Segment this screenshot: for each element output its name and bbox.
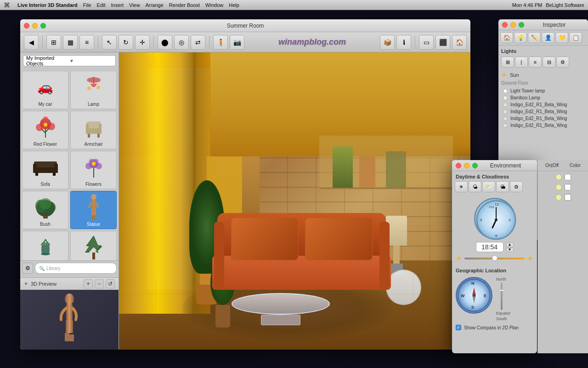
toolbar-floor-plan[interactable]: ⊞: [46, 35, 61, 50]
svg-point-46: [42, 242, 49, 245]
object-thumb-sofa: [29, 153, 62, 181]
inspector-tab-4[interactable]: 👤: [542, 32, 554, 43]
env-daytime-btn-1[interactable]: ☀: [455, 181, 468, 192]
zoom-in-button[interactable]: +: [84, 279, 93, 288]
time-hours: 18: [481, 243, 489, 251]
gear-button[interactable]: ⚙: [22, 263, 33, 274]
env-close[interactable]: [456, 163, 461, 168]
search-box[interactable]: 🔍 Library: [35, 263, 117, 274]
inspector-tab-3[interactable]: ✏️: [528, 32, 541, 43]
object-item-flowers[interactable]: Flowers: [70, 151, 117, 189]
inspector-toolbar: 🏠 💡 ✏️ 👤 💛 📋: [498, 30, 588, 46]
inspector-close[interactable]: [502, 22, 508, 28]
object-item-greattree[interactable]: Great Tree: [70, 231, 117, 260]
object-item-mycar[interactable]: 🚗 My car: [22, 71, 68, 109]
toolbar-home[interactable]: 🏠: [452, 35, 467, 50]
menu-file[interactable]: File: [83, 2, 91, 8]
inspector-tab-2[interactable]: 💡: [514, 32, 527, 43]
toolbar-move[interactable]: ✛: [135, 35, 150, 50]
inspector-minimize[interactable]: [510, 22, 516, 28]
toolbar-select[interactable]: ↖: [102, 35, 117, 50]
mini-light-2[interactable]: [555, 184, 562, 190]
maximize-button[interactable]: [40, 23, 46, 29]
lat-track[interactable]: [501, 282, 503, 310]
close-button[interactable]: [24, 23, 29, 29]
env-maximize[interactable]: [472, 163, 478, 168]
preview-header[interactable]: ▼ 3D Preview + − ↺: [20, 278, 119, 290]
brightness-track[interactable]: [464, 258, 525, 259]
lights-header: Lights: [501, 48, 585, 54]
object-item-lamp[interactable]: Lamp: [70, 71, 117, 109]
menu-render[interactable]: Render Boost: [169, 2, 200, 8]
svg-point-11: [43, 116, 48, 122]
light-item-5[interactable]: Indigo_Ed2_R1_Beta_Wing: [501, 115, 585, 122]
inspector-tab-5[interactable]: 💛: [555, 32, 568, 43]
toolbar-camera[interactable]: 📷: [230, 35, 244, 50]
toolbar-view1[interactable]: ⬛: [435, 35, 450, 50]
svg-point-2: [87, 86, 91, 90]
menu-arrange[interactable]: Arrange: [146, 2, 164, 8]
toolbar-ring[interactable]: ◎: [174, 35, 189, 50]
inspector-tab-1[interactable]: 🏠: [500, 32, 513, 43]
reset-view-button[interactable]: ↺: [106, 279, 115, 288]
toolbar-back[interactable]: ◀: [24, 35, 39, 50]
light-type-2[interactable]: ≡: [529, 57, 542, 68]
toolbar-circle[interactable]: ⬤: [158, 35, 172, 50]
time-increment[interactable]: ▲: [506, 242, 514, 247]
time-display[interactable]: 18:54: [476, 242, 503, 252]
mini-light-1[interactable]: [555, 174, 562, 180]
menu-view[interactable]: View: [129, 2, 140, 8]
object-item-vase[interactable]: Vase: [22, 231, 68, 260]
light-type-3[interactable]: ⊟: [543, 57, 555, 68]
object-item-redflower[interactable]: Red Flower: [22, 111, 68, 149]
light-item-2[interactable]: Bamboo Lamp: [501, 94, 585, 101]
toolbar-list-view[interactable]: ≡: [79, 35, 94, 50]
object-item-bush[interactable]: Bush: [22, 191, 68, 229]
toolbar-info[interactable]: ℹ: [396, 35, 411, 50]
env-minimize[interactable]: [464, 163, 469, 168]
light-item-1[interactable]: Light Tower lamp: [501, 87, 585, 94]
env-daytime-btn-5[interactable]: ⚙: [510, 181, 523, 192]
env-daytime-btn-4[interactable]: 🌥: [496, 181, 509, 192]
light-type-1[interactable]: |: [515, 57, 528, 68]
light-dot-4: [503, 109, 508, 114]
env-daytime-btn-2[interactable]: 🌤: [469, 181, 481, 192]
show-compass-checkbox[interactable]: ✓: [456, 325, 461, 330]
objects-dropdown[interactable]: My Imported Objects ▼: [23, 55, 116, 66]
menu-help[interactable]: Help: [229, 2, 239, 8]
inspector-tab-6[interactable]: 📋: [569, 32, 582, 43]
mini-check-2[interactable]: [565, 184, 571, 190]
light-item-3[interactable]: Indigo_Ed2_R1_Beta_Wing: [501, 101, 585, 108]
compass[interactable]: N S E W: [456, 277, 492, 314]
apple-menu[interactable]: ⌘: [4, 1, 10, 9]
zoom-out-button[interactable]: −: [95, 279, 104, 288]
mini-check-1[interactable]: [565, 174, 571, 180]
light-item-4[interactable]: Indigo_Ed2_R1_Beta_Wing: [501, 108, 585, 115]
mini-light-3[interactable]: [555, 194, 562, 201]
env-daytime-btn-3[interactable]: ⛅: [482, 181, 495, 192]
menu-insert[interactable]: Insert: [111, 2, 124, 8]
light-add-button[interactable]: ⊞: [501, 57, 514, 68]
object-item-armchair[interactable]: Armchair: [70, 111, 117, 149]
object-item-statue[interactable]: Statue: [70, 191, 117, 229]
menu-window[interactable]: Window: [205, 2, 223, 8]
minimize-button[interactable]: [32, 23, 38, 29]
object-item-sofa[interactable]: Sofa: [22, 151, 68, 189]
brightness-thumb[interactable]: [492, 255, 498, 261]
toolbar-arrows[interactable]: ⇄: [191, 35, 205, 50]
mini-check-3[interactable]: [565, 194, 571, 201]
toolbar-floor[interactable]: ▭: [419, 35, 434, 50]
brightness-low-icon: ☀: [456, 255, 462, 262]
inspector-maximize[interactable]: [519, 22, 524, 28]
toolbar-3d-box[interactable]: 📦: [380, 35, 395, 50]
toolbar-rotate[interactable]: ↻: [119, 35, 133, 50]
menu-edit[interactable]: Edit: [97, 2, 106, 8]
lat-thumb[interactable]: [499, 289, 504, 291]
light-settings[interactable]: ⚙: [556, 57, 569, 68]
light-item-6[interactable]: Indigo_Ed2_R1_Beta_Wing: [501, 122, 585, 129]
viewport[interactable]: [119, 52, 470, 350]
svg-point-35: [40, 198, 51, 209]
toolbar-3d-view[interactable]: ▦: [63, 35, 78, 50]
time-decrement[interactable]: ▼: [506, 247, 514, 252]
toolbar-figure[interactable]: 🧍: [213, 35, 228, 50]
